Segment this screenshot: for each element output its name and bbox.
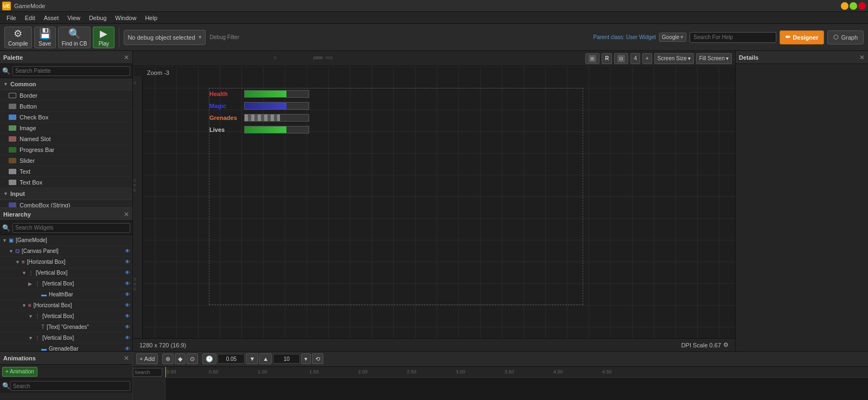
- length-dropdown[interactable]: ▾: [301, 353, 311, 364]
- animation-search-input[interactable]: [10, 381, 130, 391]
- play-button[interactable]: ▶ Play: [93, 27, 114, 48]
- expand-icon[interactable]: ▼: [22, 303, 27, 308]
- menu-help[interactable]: Help: [141, 14, 162, 22]
- hier-item-vbox2[interactable]: ▶ ⋮ [Vertical Box] 👁: [0, 278, 132, 289]
- animate-button[interactable]: ⊕: [162, 353, 174, 364]
- health-bar-row: Health: [209, 88, 583, 99]
- add-key-button[interactable]: + Add: [136, 353, 158, 364]
- animate-icon: ⊕: [165, 355, 170, 363]
- grenades-label: Grenades: [209, 115, 242, 121]
- menu-file[interactable]: File: [2, 14, 21, 22]
- step-input[interactable]: [218, 354, 245, 364]
- animation-bar: Animations ✕ + Animation 🔍 + Add ⊕ ◆ ⊙ 🕐: [0, 351, 868, 400]
- save-button[interactable]: 💾 Save: [34, 27, 56, 48]
- four-button[interactable]: 4: [630, 53, 640, 64]
- hier-item-vbox4[interactable]: ▼ ⋮ [Vertical Box] 👁: [0, 333, 132, 344]
- add-animation-button[interactable]: + Animation: [2, 367, 37, 377]
- compile-button[interactable]: ⚙ Compile: [4, 27, 32, 48]
- hier-item-canvas-panel[interactable]: ▼ ⊡ [Canvas Panel] 👁: [0, 246, 132, 257]
- palette-item-combobox[interactable]: ComboBox (String): [0, 200, 132, 207]
- grenades-progress-fill: [245, 115, 280, 121]
- r-button[interactable]: R: [602, 53, 612, 64]
- widget-icon: ⋮: [35, 281, 40, 287]
- animation-close-button[interactable]: ✕: [124, 354, 129, 362]
- hier-label: [Vertical Box]: [42, 281, 74, 287]
- palette-item-border[interactable]: Border: [0, 90, 132, 101]
- visibility-button[interactable]: 👁: [125, 281, 130, 287]
- hier-item-hbox1[interactable]: ▼ ≡ [Horizontal Box] 👁: [0, 257, 132, 268]
- expand-icon[interactable]: ▼: [22, 270, 27, 276]
- palette-group-common[interactable]: ▼ Common: [0, 78, 132, 90]
- menu-window[interactable]: Window: [111, 14, 141, 22]
- debug-filter[interactable]: No debug object selected ▾: [124, 30, 205, 45]
- search-help-input[interactable]: [690, 32, 776, 43]
- expand-icon[interactable]: ▼: [28, 314, 34, 319]
- clock-icon-button[interactable]: 🕐: [202, 353, 216, 364]
- visibility-button[interactable]: 👁: [125, 291, 130, 297]
- visibility-button[interactable]: 👁: [125, 259, 130, 265]
- minimize-button[interactable]: [841, 2, 848, 10]
- expand-icon[interactable]: ▼: [15, 259, 21, 265]
- expand-icon[interactable]: ▼: [9, 249, 14, 254]
- palette-group-input[interactable]: ▼ Input: [0, 188, 132, 200]
- expand-icon[interactable]: ▼: [28, 335, 34, 341]
- hier-item-vbox1[interactable]: ▼ ⋮ [Vertical Box] 👁: [0, 268, 132, 278]
- arrow-down-button[interactable]: ▼: [246, 353, 258, 364]
- maximize-button[interactable]: [850, 2, 857, 10]
- arrow-up-button[interactable]: ▲: [259, 353, 272, 364]
- palette-item-image[interactable]: Image: [0, 123, 132, 134]
- rec-button[interactable]: ⊙: [187, 353, 198, 364]
- palette-item-checkbox[interactable]: Check Box: [0, 112, 132, 123]
- canvas-viewport[interactable]: 0 250 500 Zoom -3 Health Magic: [133, 66, 735, 338]
- visibility-button[interactable]: 👁: [125, 248, 130, 254]
- palette-title: Palette: [3, 54, 23, 61]
- window-title: GameMode: [14, 3, 45, 9]
- screen-size-dropdown[interactable]: Screen Size ▾: [654, 53, 694, 64]
- hier-item-hbox2[interactable]: ▼ ≡ [Horizontal Box] 👁: [0, 300, 132, 311]
- length-input[interactable]: [273, 354, 300, 364]
- hier-item-grenadebar[interactable]: ▬ GrenadeBar 👁: [0, 344, 132, 351]
- find-in-cb-button[interactable]: 🔍 Find in CB: [58, 27, 91, 48]
- google-dropdown[interactable]: Google ▾: [659, 33, 686, 42]
- fill-screen-dropdown[interactable]: Fill Screen ▾: [696, 53, 732, 64]
- close-button[interactable]: [858, 2, 866, 10]
- palette-item-slider[interactable]: Slider: [0, 155, 132, 166]
- visibility-button[interactable]: 👁: [125, 270, 130, 276]
- palette-item-named-slot[interactable]: Named Slot: [0, 134, 132, 144]
- palette-item-text[interactable]: Text: [0, 166, 132, 177]
- menu-asset[interactable]: Asset: [40, 14, 63, 22]
- grenades-progress-bar: [244, 114, 309, 122]
- visibility-button[interactable]: 👁: [125, 313, 130, 319]
- hierarchy-search-input[interactable]: [12, 223, 130, 233]
- hierarchy-close-button[interactable]: ✕: [124, 211, 129, 218]
- expand-icon[interactable]: ▼: [2, 238, 8, 243]
- palette-close-button[interactable]: ✕: [124, 54, 129, 61]
- visibility-button[interactable]: 👁: [125, 346, 130, 351]
- timeline-search-input[interactable]: [133, 368, 162, 377]
- hier-item-gamemode[interactable]: ▼ ▣ [GameMode]: [0, 235, 132, 246]
- snap-button[interactable]: ⟲: [312, 353, 323, 364]
- palette-item-button[interactable]: Button: [0, 101, 132, 112]
- visibility-button[interactable]: 👁: [125, 324, 130, 330]
- expand-icon[interactable]: ▶: [28, 281, 34, 287]
- dpi-settings-icon[interactable]: ⚙: [723, 341, 729, 348]
- grid-button[interactable]: ⊞: [585, 53, 599, 64]
- hier-item-healthbar[interactable]: ▬ HealthBar 👁: [0, 289, 132, 300]
- designer-button[interactable]: ✏ Designer: [780, 30, 824, 45]
- table-button[interactable]: ⊟: [614, 53, 628, 64]
- hier-item-vbox3[interactable]: ▼ ⋮ [Vertical Box] 👁: [0, 311, 132, 322]
- details-close-button[interactable]: ✕: [859, 54, 865, 61]
- palette-search-input[interactable]: [12, 66, 130, 76]
- palette-item-progress-bar[interactable]: Progress Bar: [0, 144, 132, 155]
- menu-debug[interactable]: Debug: [85, 14, 111, 22]
- visibility-button[interactable]: 👁: [125, 335, 130, 341]
- graph-button[interactable]: ⬡ Graph: [827, 30, 864, 45]
- palette-item-text-box[interactable]: Text Box: [0, 177, 132, 188]
- key-button[interactable]: ◆: [175, 353, 186, 364]
- menu-edit[interactable]: Edit: [21, 14, 40, 22]
- visibility-button[interactable]: 👁: [125, 302, 130, 308]
- plus-button[interactable]: +: [642, 53, 652, 64]
- palette-item-checkbox-label: Check Box: [20, 114, 48, 120]
- menu-view[interactable]: View: [63, 14, 85, 22]
- hier-item-text-grenades[interactable]: T [Text] "Grenades" 👁: [0, 322, 132, 333]
